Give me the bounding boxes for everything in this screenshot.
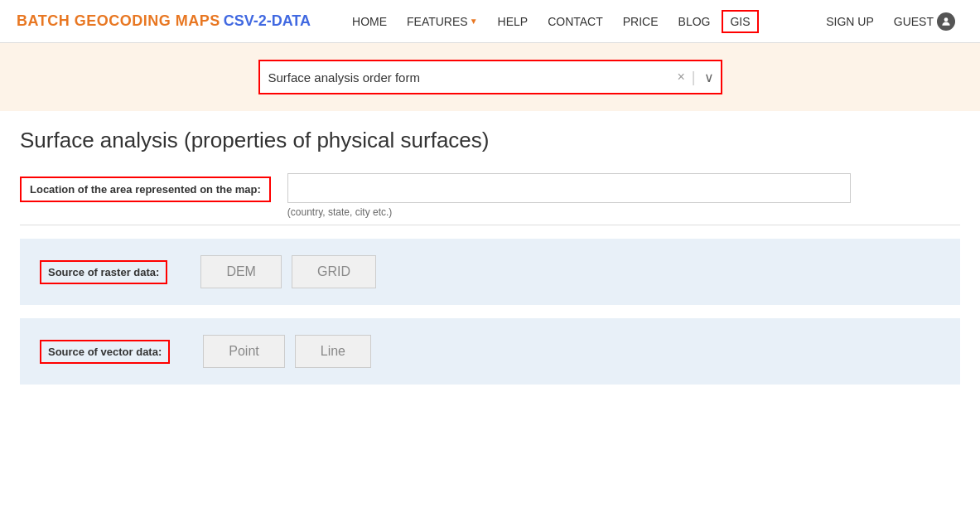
page-title: Surface analysis (properties of physical… <box>20 128 960 153</box>
raster-section: Source of raster data: DEM GRID <box>20 239 960 305</box>
nav-guest-label: GUEST <box>894 15 934 28</box>
guest-avatar-icon <box>937 12 955 31</box>
vector-section: Source of vector data: Point Line <box>20 318 960 385</box>
page-content: × | ∨ Surface analysis (properties of ph… <box>0 43 980 414</box>
raster-grid-button[interactable]: GRID <box>292 255 376 288</box>
location-input-area: (country, state, city etc.) <box>287 173 960 218</box>
search-divider: | <box>690 69 698 86</box>
svg-point-0 <box>944 17 949 22</box>
nav-links: HOME FEATURES ▼ HELP CONTACT PRICE BLOG … <box>344 10 818 33</box>
search-dropdown-icon[interactable]: ∨ <box>698 70 721 85</box>
vector-line-button[interactable]: Line <box>295 335 371 368</box>
search-area: × | ∨ <box>0 43 980 111</box>
vector-btn-group: Point Line <box>203 335 371 368</box>
raster-dem-button[interactable]: DEM <box>200 255 282 288</box>
location-hint: (country, state, city etc.) <box>287 206 960 218</box>
vector-label: Source of vector data: <box>40 340 170 364</box>
brand-csv-text: CSV-2-DATA <box>224 12 311 30</box>
nav-home[interactable]: HOME <box>344 10 395 33</box>
location-row: Location of the area represented on the … <box>20 173 960 218</box>
nav-contact[interactable]: CONTACT <box>539 10 611 33</box>
nav-signup[interactable]: SIGN UP <box>818 10 882 33</box>
nav-help[interactable]: HELP <box>490 10 537 33</box>
brand-batch-text: BATCH GEOCODING MAPS <box>17 12 220 30</box>
nav-blog[interactable]: BLOG <box>670 10 719 33</box>
search-clear-icon[interactable]: × <box>672 70 689 85</box>
location-input[interactable] <box>287 173 851 203</box>
features-dropdown-icon: ▼ <box>470 17 478 26</box>
location-label: Location of the area represented on the … <box>20 177 271 202</box>
nav-gis[interactable]: GIS <box>722 10 758 33</box>
nav-price[interactable]: PRICE <box>615 10 667 33</box>
navbar: BATCH GEOCODING MAPS CSV-2-DATA HOME FEA… <box>0 0 980 43</box>
brand-logo[interactable]: BATCH GEOCODING MAPS CSV-2-DATA <box>17 12 311 30</box>
nav-guest[interactable]: GUEST <box>886 7 963 36</box>
raster-label: Source of raster data: <box>40 260 167 284</box>
nav-features-label: FEATURES <box>407 15 468 28</box>
nav-features[interactable]: FEATURES ▼ <box>398 10 486 33</box>
section-divider-1 <box>20 225 960 225</box>
nav-right: SIGN UP GUEST <box>818 7 963 36</box>
search-box: × | ∨ <box>258 60 722 94</box>
main-content: Surface analysis (properties of physical… <box>0 111 980 414</box>
vector-point-button[interactable]: Point <box>203 335 284 368</box>
search-input[interactable] <box>260 65 673 90</box>
raster-btn-group: DEM GRID <box>200 255 376 288</box>
